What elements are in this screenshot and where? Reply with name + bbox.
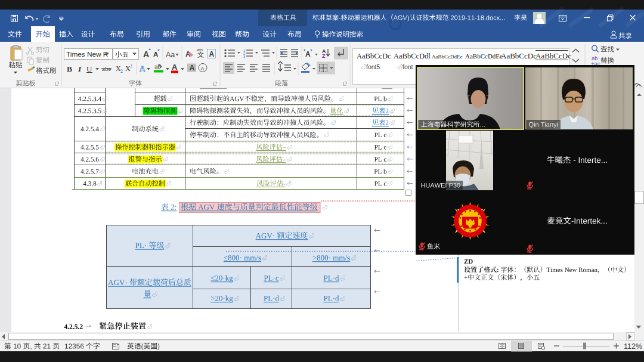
svg-text:Z: Z [322, 53, 326, 59]
svg-text:AaBbCcDc: AaBbCcDc [357, 52, 391, 60]
svg-text:B: B [67, 64, 72, 73]
svg-text:win: win [196, 48, 203, 52]
svg-text:2: 2 [120, 69, 123, 74]
svg-text:A: A [172, 63, 178, 72]
svg-text:A: A [153, 51, 158, 58]
svg-text:font: font [402, 63, 413, 70]
svg-text:font5: font5 [366, 63, 380, 70]
svg-text:A: A [143, 49, 149, 59]
svg-text:U: U [86, 64, 92, 73]
svg-text:2: 2 [130, 63, 132, 69]
svg-text:A: A [305, 50, 311, 58]
svg-text:112%: 112% [624, 342, 642, 351]
svg-text:Times New R: Times New R [66, 50, 108, 58]
svg-text:Aa: Aa [166, 51, 175, 59]
svg-text:AaBbCcDdl: AaBbCcDdl [394, 52, 431, 60]
svg-text:A: A [209, 50, 215, 58]
svg-text:A: A [190, 64, 195, 72]
svg-text:A: A [140, 64, 145, 73]
svg-text:AaBbCcDc: AaBbCcDc [501, 51, 537, 60]
svg-text:3: 3 [243, 55, 245, 58]
svg-text:I: I [78, 64, 82, 73]
svg-text:AaBbCcDdEe: AaBbCcDdEe [432, 54, 463, 60]
svg-text:AaBbCcDc: AaBbCcDc [535, 51, 571, 60]
svg-text:AaBbCcDdEe: AaBbCcDdEe [465, 52, 503, 60]
svg-text:A: A [201, 66, 205, 72]
